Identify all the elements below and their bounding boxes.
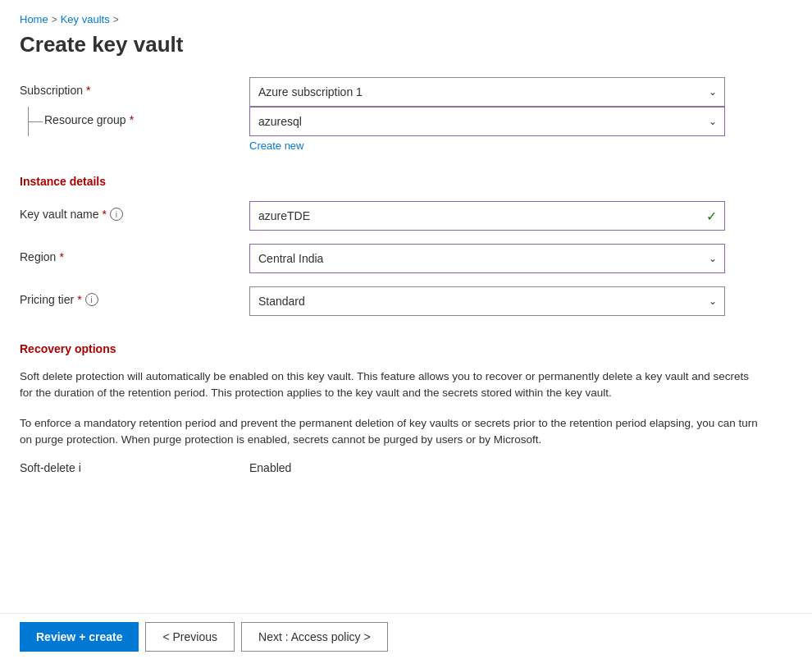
key-vault-name-check-icon: ✓ — [706, 208, 717, 224]
pricing-tier-info-icon[interactable]: i — [85, 293, 98, 306]
resource-group-dropdown[interactable]: azuresql — [249, 107, 725, 136]
soft-delete-info-icon[interactable]: i — [79, 461, 81, 474]
resource-group-control: azuresql ⌄ Create new — [249, 107, 784, 152]
breadcrumb: Home > Key vaults > — [0, 0, 812, 32]
breadcrumb-keyvaults[interactable]: Key vaults — [61, 13, 110, 25]
instance-details-label: Instance details — [20, 175, 784, 188]
subscription-dropdown[interactable]: Azure subscription 1 — [249, 77, 725, 107]
pricing-tier-dropdown[interactable]: Standard — [249, 286, 725, 316]
region-dropdown-wrapper: Central India ⌄ — [249, 244, 725, 273]
region-dropdown[interactable]: Central India — [249, 244, 725, 273]
subscription-dropdown-wrapper: Azure subscription 1 ⌄ — [249, 77, 725, 107]
previous-button[interactable]: < Previous — [145, 622, 235, 652]
footer-bar: Review + create < Previous Next : Access… — [0, 613, 812, 659]
pricing-tier-control: Standard ⌄ — [249, 286, 784, 316]
page-title: Create key vault — [0, 32, 812, 77]
key-vault-name-input-wrapper: ✓ — [249, 201, 725, 231]
pricing-tier-label: Pricing tier * i — [20, 286, 249, 306]
region-required: * — [59, 250, 63, 263]
next-button[interactable]: Next : Access policy > — [241, 622, 388, 652]
tree-connector — [20, 107, 44, 136]
recovery-text-2: To enforce a mandatory retention period … — [20, 415, 758, 449]
key-vault-name-input[interactable] — [249, 201, 725, 231]
breadcrumb-sep1: > — [52, 14, 57, 25]
soft-delete-value: Enabled — [249, 461, 291, 474]
region-row: Region * Central India ⌄ — [20, 244, 784, 273]
pricing-tier-dropdown-wrapper: Standard ⌄ — [249, 286, 725, 316]
recovery-text-1: Soft delete protection will automaticall… — [20, 368, 758, 402]
soft-delete-label: Soft-delete i — [20, 461, 249, 474]
pt-required: * — [77, 293, 81, 306]
pricing-tier-row: Pricing tier * i Standard ⌄ — [20, 286, 784, 316]
region-label: Region * — [20, 244, 249, 263]
key-vault-name-control: ✓ — [249, 201, 784, 231]
resource-group-dropdown-wrapper: azuresql ⌄ — [249, 107, 725, 136]
key-vault-name-info-icon[interactable]: i — [110, 208, 123, 221]
subscription-control: Azure subscription 1 ⌄ — [249, 77, 784, 107]
subscription-required: * — [86, 84, 90, 97]
review-create-button[interactable]: Review + create — [20, 622, 139, 652]
soft-delete-row: Soft-delete i Enabled — [20, 461, 784, 474]
key-vault-name-row: Key vault name * i ✓ — [20, 201, 784, 231]
recovery-options-label: Recovery options — [20, 342, 784, 355]
subscription-label: Subscription * — [20, 77, 249, 97]
breadcrumb-sep2: > — [113, 14, 119, 25]
resource-group-label: Resource group * — [44, 107, 274, 126]
rg-required: * — [130, 113, 134, 126]
breadcrumb-home[interactable]: Home — [20, 13, 48, 25]
subscription-row: Subscription * Azure subscription 1 ⌄ — [20, 77, 784, 107]
resource-group-label-wrapper: Resource group * — [20, 107, 249, 136]
create-new-link[interactable]: Create new — [249, 140, 303, 152]
kvn-required: * — [103, 208, 107, 221]
region-control: Central India ⌄ — [249, 244, 784, 273]
key-vault-name-label: Key vault name * i — [20, 201, 249, 221]
